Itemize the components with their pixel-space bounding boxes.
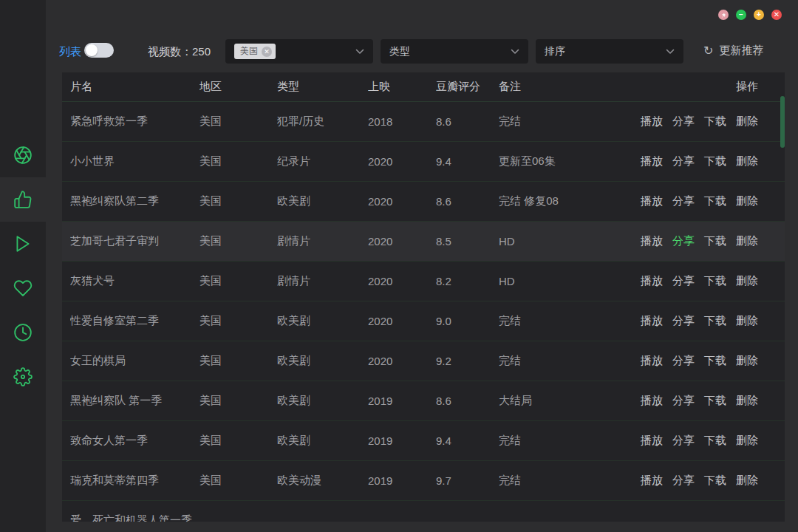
col-title: 片名 bbox=[70, 80, 200, 94]
download-action[interactable]: 下载 bbox=[704, 194, 726, 208]
sidebar-item-settings[interactable] bbox=[0, 355, 46, 399]
table-row[interactable]: 灰猎犬号美国剧情片20208.2HD播放分享下载删除 bbox=[62, 262, 785, 301]
play-action[interactable]: 播放 bbox=[641, 154, 663, 168]
download-action[interactable]: 下载 bbox=[704, 274, 726, 288]
video-note: 完结 bbox=[499, 115, 632, 129]
video-rating: 9.0 bbox=[436, 315, 499, 327]
refresh-icon: ↻ bbox=[703, 44, 713, 58]
video-note: 完结 bbox=[499, 354, 632, 368]
sidebar-item-history[interactable] bbox=[0, 310, 46, 355]
download-action[interactable]: 下载 bbox=[704, 474, 726, 488]
play-action[interactable]: 播放 bbox=[641, 314, 663, 328]
sort-select[interactable]: 排序 bbox=[536, 39, 683, 64]
table-row[interactable]: 性爱自修室第二季美国欧美剧20209.0完结播放分享下载删除 bbox=[62, 301, 785, 341]
video-year: 2020 bbox=[368, 155, 436, 168]
type-select[interactable]: 类型 bbox=[381, 39, 528, 64]
download-action[interactable]: 下载 bbox=[704, 354, 726, 368]
sidebar-item-recommend[interactable] bbox=[0, 177, 46, 222]
toolbar: 列表 视频数：250 美国 ✕ 类型 排序 ↻ 更新推荐 bbox=[46, 30, 798, 72]
maximize-button[interactable]: + bbox=[754, 10, 764, 20]
video-count-label: 视频数：250 bbox=[148, 45, 211, 59]
video-rating: 9.2 bbox=[436, 355, 499, 367]
download-action[interactable]: 下载 bbox=[704, 115, 726, 129]
sidebar-item-favorites[interactable] bbox=[0, 266, 46, 310]
delete-action[interactable]: 删除 bbox=[736, 434, 758, 448]
list-toggle[interactable] bbox=[84, 43, 114, 58]
tag-close-icon[interactable]: ✕ bbox=[262, 47, 272, 57]
download-action[interactable]: 下载 bbox=[704, 314, 726, 328]
video-title: 黑袍纠察队 第一季 bbox=[70, 394, 200, 408]
download-action[interactable]: 下载 bbox=[704, 394, 726, 408]
delete-action[interactable]: 删除 bbox=[736, 394, 758, 408]
sidebar-item-discover[interactable] bbox=[0, 133, 46, 177]
play-action[interactable]: 播放 bbox=[641, 474, 663, 488]
sidebar-item-playing[interactable] bbox=[0, 222, 46, 266]
share-action[interactable]: 分享 bbox=[672, 274, 695, 288]
pin-window-button[interactable] bbox=[718, 10, 729, 20]
table-row[interactable]: 紧急呼救第一季美国犯罪/历史20188.6完结播放分享下载删除 bbox=[62, 102, 785, 142]
play-action[interactable]: 播放 bbox=[641, 115, 663, 129]
video-rating: 8.5 bbox=[436, 235, 499, 248]
play-action[interactable]: 播放 bbox=[641, 434, 663, 448]
table-row[interactable]: 黑袍纠察队 第一季美国欧美剧20198.6大结局播放分享下载删除 bbox=[62, 381, 785, 421]
share-action[interactable]: 分享 bbox=[672, 314, 695, 328]
play-action[interactable]: 播放 bbox=[641, 394, 663, 408]
table-row-partial[interactable]: 爱，死亡和机器人第一季 bbox=[62, 501, 785, 522]
share-action[interactable]: 分享 bbox=[672, 354, 695, 368]
download-action[interactable]: 下载 bbox=[704, 234, 726, 248]
play-action[interactable]: 播放 bbox=[641, 194, 663, 208]
table-row[interactable]: 致命女人第一季美国欧美剧20199.4完结播放分享下载删除 bbox=[62, 421, 785, 461]
delete-action[interactable]: 删除 bbox=[736, 194, 758, 208]
col-actions: 操作 bbox=[632, 80, 758, 94]
video-title: 芝加哥七君子审判 bbox=[70, 234, 200, 248]
video-title: 黑袍纠察队第二季 bbox=[70, 194, 200, 208]
table-row[interactable]: 黑袍纠察队第二季美国欧美剧20208.6完结 修复08播放分享下载删除 bbox=[62, 182, 785, 222]
delete-action[interactable]: 删除 bbox=[736, 274, 758, 288]
minimize-button[interactable]: − bbox=[736, 10, 746, 20]
play-icon bbox=[13, 234, 33, 253]
table-header: 片名 地区 类型 上映 豆瓣评分 备注 操作 bbox=[62, 72, 785, 102]
close-button[interactable]: ✕ bbox=[771, 10, 782, 20]
delete-action[interactable]: 删除 bbox=[736, 354, 758, 368]
scrollbar-thumb[interactable] bbox=[780, 96, 785, 148]
play-action[interactable]: 播放 bbox=[641, 274, 663, 288]
delete-action[interactable]: 删除 bbox=[736, 474, 758, 488]
share-action[interactable]: 分享 bbox=[672, 234, 695, 248]
table-body: 紧急呼救第一季美国犯罪/历史20188.6完结播放分享下载删除小小世界美国纪录片… bbox=[62, 102, 785, 522]
video-type: 欧美动漫 bbox=[277, 474, 368, 488]
row-actions: 播放分享下载删除 bbox=[632, 194, 758, 208]
region-select[interactable]: 美国 ✕ bbox=[225, 39, 373, 64]
download-action[interactable]: 下载 bbox=[704, 434, 726, 448]
table-row[interactable]: 女王的棋局美国欧美剧20209.2完结播放分享下载删除 bbox=[62, 341, 785, 381]
delete-action[interactable]: 删除 bbox=[736, 154, 758, 168]
share-action[interactable]: 分享 bbox=[672, 434, 695, 448]
list-view-link[interactable]: 列表 bbox=[59, 45, 81, 59]
share-action[interactable]: 分享 bbox=[672, 194, 695, 208]
share-action[interactable]: 分享 bbox=[672, 115, 695, 129]
delete-action[interactable]: 删除 bbox=[736, 314, 758, 328]
table-row[interactable]: 瑞克和莫蒂第四季美国欧美动漫20199.7完结播放分享下载删除 bbox=[62, 461, 785, 501]
video-type: 剧情片 bbox=[277, 234, 368, 248]
video-region: 美国 bbox=[200, 115, 277, 129]
video-title: 性爱自修室第二季 bbox=[70, 314, 200, 328]
delete-action[interactable]: 删除 bbox=[736, 115, 758, 129]
region-tag: 美国 ✕ bbox=[234, 44, 276, 59]
share-action[interactable]: 分享 bbox=[672, 394, 695, 408]
refresh-recommend-button[interactable]: ↻ 更新推荐 bbox=[703, 44, 763, 58]
video-year: 2019 bbox=[368, 395, 436, 407]
play-action[interactable]: 播放 bbox=[641, 234, 663, 248]
table-row[interactable]: 芝加哥七君子审判美国剧情片20208.5HD播放分享下载删除 bbox=[62, 222, 785, 262]
video-rating: 8.6 bbox=[436, 115, 499, 128]
delete-action[interactable]: 删除 bbox=[736, 234, 758, 248]
clock-icon bbox=[13, 323, 33, 342]
download-action[interactable]: 下载 bbox=[704, 154, 726, 168]
play-action[interactable]: 播放 bbox=[641, 354, 663, 368]
video-region: 美国 bbox=[200, 314, 277, 328]
video-year: 2020 bbox=[368, 315, 436, 327]
video-type: 欧美剧 bbox=[277, 194, 368, 208]
share-action[interactable]: 分享 bbox=[672, 154, 695, 168]
video-region: 美国 bbox=[200, 474, 277, 488]
table-row[interactable]: 小小世界美国纪录片20209.4更新至06集播放分享下载删除 bbox=[62, 142, 785, 182]
row-actions: 播放分享下载删除 bbox=[632, 474, 758, 488]
share-action[interactable]: 分享 bbox=[672, 474, 695, 488]
